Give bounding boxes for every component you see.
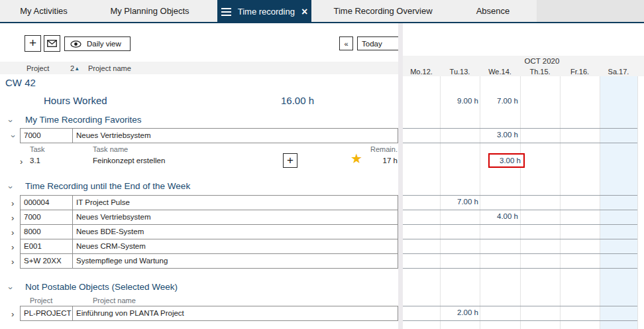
daily-view-label: Daily view bbox=[87, 40, 121, 48]
favorites-section-title: My Time Recording Favorites bbox=[25, 115, 142, 125]
tab-my-activities[interactable]: My Activities bbox=[7, 0, 81, 22]
collapse-favorites-icon[interactable]: › bbox=[7, 119, 15, 122]
hours-worked-tu: 9.00 h bbox=[440, 97, 478, 105]
gridline bbox=[520, 76, 521, 329]
project-name-cell[interactable]: Neues BDE-System bbox=[72, 224, 398, 239]
hours-worked-label: Hours Worked bbox=[44, 95, 107, 106]
tab-bar-spacer bbox=[537, 0, 644, 22]
task-id[interactable]: 3.1 bbox=[30, 157, 40, 164]
not-postable-section-title: Not Postable Objects (Selected Week) bbox=[25, 282, 178, 292]
column-header-project-name[interactable]: Project name bbox=[88, 64, 131, 72]
sort-indicator[interactable]: 2▲ bbox=[70, 64, 80, 72]
expand-project-icon[interactable]: › bbox=[11, 243, 14, 251]
day-header-tu: Tu.13. bbox=[440, 68, 480, 76]
gridline bbox=[560, 76, 561, 329]
week-recording-section-title: Time Recording until the End of the Week bbox=[25, 181, 190, 191]
project-name-cell[interactable]: Neues CRM-System bbox=[72, 239, 398, 254]
add-button[interactable]: + bbox=[25, 35, 41, 52]
add-time-entry-button[interactable]: + bbox=[283, 153, 297, 168]
row-border bbox=[403, 195, 637, 196]
plus-icon: + bbox=[287, 154, 294, 167]
project-name-cell[interactable]: Einführung von PLANTA Project bbox=[72, 306, 398, 321]
day-header-sa: Sa.17. bbox=[600, 68, 637, 76]
day-header-we: We.14. bbox=[480, 68, 520, 76]
favorite-project-name-cell[interactable]: Neues Vertriebsystem bbox=[72, 128, 398, 143]
tab-time-recording-label: Time recording bbox=[238, 7, 295, 17]
project-id-cell[interactable]: 7000 bbox=[20, 210, 73, 225]
plus-icon: + bbox=[29, 36, 36, 49]
project-id-cell[interactable]: PL-PROJECT bbox=[20, 306, 73, 321]
tab-absence[interactable]: Absence bbox=[456, 0, 530, 22]
day-header-mo: Mo.12. bbox=[403, 68, 440, 76]
column-header-project[interactable]: Project bbox=[27, 64, 49, 72]
row-border bbox=[403, 320, 637, 321]
tab-underline bbox=[0, 22, 644, 23]
row-border bbox=[403, 128, 637, 129]
project-id-cell[interactable]: 000004 bbox=[20, 195, 73, 210]
favorite-project-id-cell[interactable]: 7000 bbox=[20, 128, 73, 143]
gridline bbox=[600, 76, 600, 329]
expand-project-icon[interactable]: › bbox=[11, 257, 14, 266]
panel-divider[interactable] bbox=[398, 23, 403, 329]
project-column-header: Project bbox=[30, 296, 52, 304]
expand-project-icon[interactable]: › bbox=[11, 228, 14, 237]
row-border bbox=[403, 224, 637, 225]
project-tu-hours[interactable]: 7.00 h bbox=[440, 198, 478, 206]
close-tab-icon[interactable]: × bbox=[301, 7, 307, 17]
row-border bbox=[403, 143, 637, 143]
hours-worked-we: 7.00 h bbox=[480, 97, 518, 105]
favorite-project-we-hours[interactable]: 3.00 h bbox=[480, 131, 518, 139]
gridline bbox=[637, 76, 638, 329]
project-id-cell[interactable]: 8000 bbox=[20, 224, 73, 239]
project-tu-hours[interactable]: 2.00 h bbox=[440, 308, 478, 316]
project-we-hours[interactable]: 4.00 h bbox=[480, 212, 518, 220]
row-border bbox=[403, 239, 637, 239]
row-border bbox=[403, 253, 637, 254]
task-remaining-hours: 17 h bbox=[358, 157, 398, 164]
weekend-column-highlight bbox=[600, 76, 637, 329]
remain-column-header: Remain. bbox=[358, 145, 398, 153]
gridline bbox=[480, 76, 480, 329]
today-label: Today bbox=[362, 40, 382, 48]
menu-icon[interactable] bbox=[221, 6, 231, 18]
tab-time-recording-active[interactable]: Time recording × bbox=[217, 0, 311, 23]
task-column-header: Task bbox=[30, 145, 45, 153]
collapse-week-recording-icon[interactable]: › bbox=[7, 186, 15, 188]
tab-time-recording-overview[interactable]: Time Recording Overview bbox=[318, 0, 448, 22]
collapse-project-7000-icon[interactable]: › bbox=[9, 135, 18, 137]
row-border bbox=[403, 210, 637, 210]
daily-view-button[interactable]: Daily view bbox=[64, 36, 131, 51]
collapse-not-postable-icon[interactable]: › bbox=[7, 287, 15, 289]
expand-task-icon[interactable]: › bbox=[20, 157, 23, 166]
message-button[interactable] bbox=[44, 35, 60, 52]
project-name-cell[interactable]: Neues Vertriebsystem bbox=[72, 210, 398, 225]
sort-ascending-icon: ▲ bbox=[74, 66, 80, 72]
task-name-column-header: Task name bbox=[93, 145, 128, 153]
row-border bbox=[403, 268, 637, 269]
project-id-cell[interactable]: E001 bbox=[20, 239, 73, 254]
expand-project-icon[interactable]: › bbox=[11, 310, 14, 318]
project-id-cell[interactable]: S+W 20XX bbox=[20, 253, 73, 269]
previous-period-button[interactable]: « bbox=[339, 36, 353, 50]
row-border bbox=[403, 306, 637, 306]
project-name-cell[interactable]: IT Project Pulse bbox=[72, 195, 398, 210]
time-recording-app: My Activities My Planning Objects Time R… bbox=[0, 0, 644, 329]
today-button[interactable]: Today bbox=[357, 36, 399, 50]
project-name-column-header: Project name bbox=[93, 296, 136, 304]
expand-project-icon[interactable]: › bbox=[11, 214, 14, 222]
task-we-hours-highlighted[interactable]: 3.00 h bbox=[488, 153, 525, 168]
eye-icon bbox=[70, 40, 81, 48]
calendar-week-label: CW 42 bbox=[5, 77, 36, 88]
previous-icon: « bbox=[344, 40, 348, 48]
expand-project-icon[interactable]: › bbox=[11, 199, 14, 208]
hours-worked-total: 16.00 h bbox=[281, 95, 314, 106]
day-header-th: Th.15. bbox=[520, 68, 560, 76]
project-name-cell[interactable]: Systempflege und Wartung bbox=[72, 253, 398, 269]
day-header-fr: Fr.16. bbox=[560, 68, 600, 76]
column-header-band bbox=[0, 62, 398, 74]
envelope-icon bbox=[47, 40, 57, 47]
month-label: OCT 2020 bbox=[403, 57, 644, 65]
task-name[interactable]: Feinkonzept erstellen bbox=[93, 157, 165, 164]
tab-my-planning-objects[interactable]: My Planning Objects bbox=[99, 0, 200, 22]
tab-bar: My Activities My Planning Objects Time R… bbox=[0, 0, 644, 22]
